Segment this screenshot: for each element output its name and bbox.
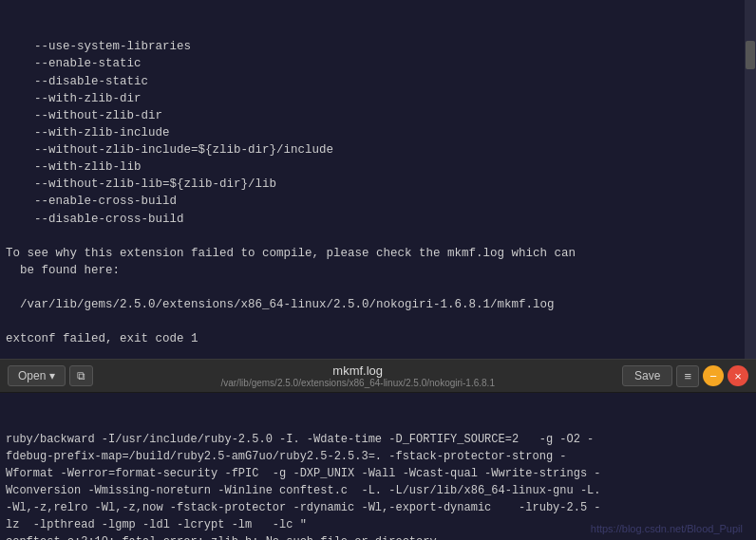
file-path: /var/lib/gems/2.5.0/extensions/x86_64-li… bbox=[220, 378, 495, 388]
dropdown-arrow-icon: ▾ bbox=[49, 369, 55, 382]
terminal-top-pane: --use-system-libraries --enable-static -… bbox=[0, 0, 756, 359]
file-title: mkmf.log bbox=[332, 363, 383, 378]
close-icon: × bbox=[734, 369, 742, 383]
scrollbar[interactable] bbox=[745, 0, 756, 359]
scrollbar-thumb bbox=[746, 41, 755, 69]
title-bar-left: Open ▾ ⧉ bbox=[8, 365, 93, 386]
terminal-top-content: --use-system-libraries --enable-static -… bbox=[6, 38, 750, 359]
title-bar: Open ▾ ⧉ mkmf.log /var/lib/gems/2.5.0/ex… bbox=[0, 359, 756, 393]
minimize-icon: − bbox=[709, 369, 717, 383]
close-button[interactable]: × bbox=[728, 365, 748, 386]
camera-button[interactable]: ⧉ bbox=[69, 365, 93, 386]
menu-button[interactable]: ≡ bbox=[676, 365, 699, 387]
title-bar-right: Save ≡ − × bbox=[622, 365, 748, 387]
terminal-bottom-content: ruby/backward -I/usr/include/ruby-2.5.0 … bbox=[6, 431, 750, 540]
terminal-bottom-pane: ruby/backward -I/usr/include/ruby-2.5.0 … bbox=[0, 393, 756, 540]
title-center: mkmf.log /var/lib/gems/2.5.0/extensions/… bbox=[93, 363, 622, 388]
save-button[interactable]: Save bbox=[622, 365, 672, 386]
camera-icon: ⧉ bbox=[77, 369, 85, 382]
minimize-button[interactable]: − bbox=[703, 365, 724, 386]
open-label: Open bbox=[18, 369, 46, 382]
hamburger-icon: ≡ bbox=[684, 369, 691, 383]
open-button[interactable]: Open ▾ bbox=[8, 365, 66, 386]
